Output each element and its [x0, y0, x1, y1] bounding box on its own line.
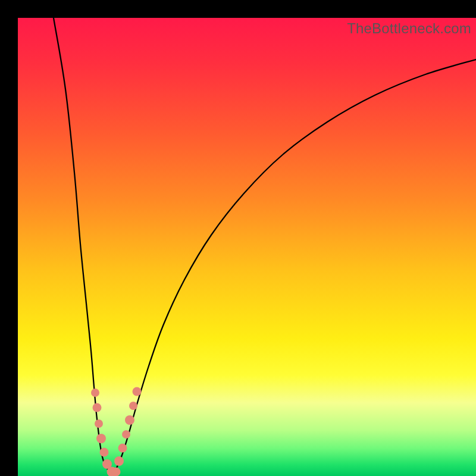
data-point	[125, 415, 134, 425]
data-point	[133, 387, 142, 396]
data-point	[93, 403, 102, 412]
data-point	[114, 456, 124, 466]
gradient-background	[18, 18, 476, 476]
watermark-attribution: TheBottleneck.com	[347, 20, 471, 37]
data-point	[100, 448, 109, 457]
data-point	[122, 430, 130, 439]
data-point	[95, 419, 103, 428]
data-point	[112, 468, 121, 477]
data-point	[91, 389, 99, 397]
chart-plot-area: TheBottleneck.com	[18, 18, 476, 476]
bottleneck-curve-chart	[18, 18, 476, 476]
data-point	[129, 402, 137, 410]
data-point	[118, 444, 127, 453]
data-point	[96, 434, 106, 443]
